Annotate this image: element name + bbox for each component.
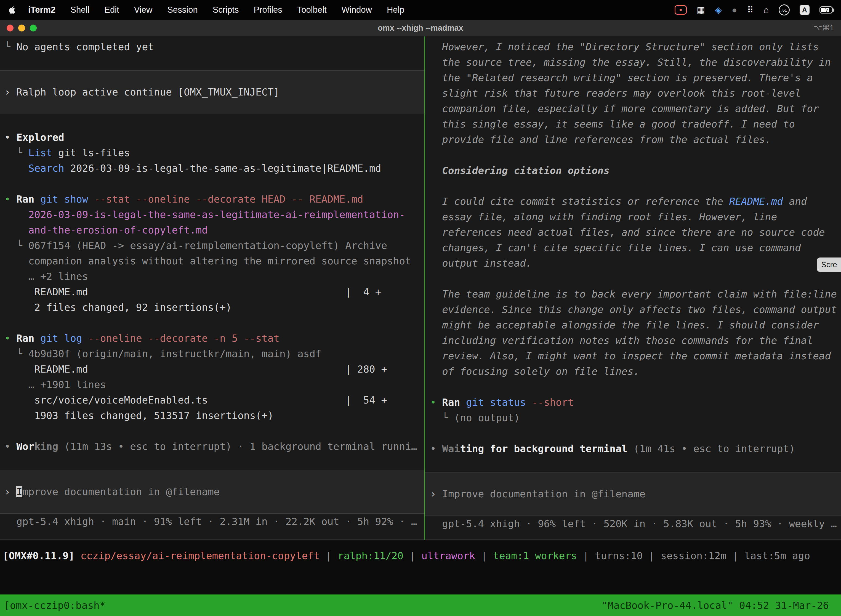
text-segment: git log xyxy=(40,333,82,344)
terminal-line: └ 067f154 (HEAD -> essay/ai-reimplementa… xyxy=(4,238,424,253)
text-segment: and xyxy=(783,196,807,207)
dots-grid-icon[interactable]: ⠿ xyxy=(747,5,753,15)
text-segment xyxy=(82,333,88,344)
text-segment: | xyxy=(403,550,421,561)
menu-view[interactable]: View xyxy=(134,5,152,15)
menu-session[interactable]: Session xyxy=(167,5,198,15)
text-segment: The team guideline is to back every impo… xyxy=(430,288,837,300)
terminal-line: changes, I can't cite specific file line… xyxy=(430,240,841,255)
terminal-line: • Ran git show --stat --oneline --decora… xyxy=(4,192,424,207)
battery-icon[interactable]: ϟ xyxy=(819,6,833,13)
text-segment: companion file, especially if more comme… xyxy=(430,103,819,114)
text-segment: … +2 lines xyxy=(4,271,88,282)
text-segment: However, I noticed the "Directory Struct… xyxy=(430,41,819,53)
text-segment: 2026-03-09-is-legal-the-same-as-legitima… xyxy=(4,209,405,220)
menu-scripts[interactable]: Scripts xyxy=(213,5,239,15)
terminal-line: evidence. Since this change only affects… xyxy=(430,302,841,317)
text-segment: --oneline --decorate -n 5 --stat xyxy=(88,333,280,344)
text-segment: › xyxy=(4,486,16,497)
menubar-app-name[interactable]: iTerm2 xyxy=(28,5,56,15)
text-segment: 2 files changed, 92 insertions(+) xyxy=(4,302,232,313)
close-window-button[interactable] xyxy=(7,25,13,31)
screen-recording-indicator[interactable] xyxy=(675,5,687,15)
terminal-line: the "Related research writing" section i… xyxy=(430,70,841,85)
terminal-line: … +1901 lines xyxy=(4,377,424,392)
window-titlebar[interactable]: omx --xhigh --madmax ⌥⌘1 xyxy=(0,20,841,37)
terminal-workspace: └ No agents completed yet› Ralph loop ac… xyxy=(0,37,841,616)
text-segment: … +1901 lines xyxy=(4,379,106,390)
text-segment: mprove documentation in @filename xyxy=(22,486,220,497)
text-segment: cczip/essay/ai-reimplementation-copyleft xyxy=(81,550,320,561)
menu-profiles[interactable]: Profiles xyxy=(253,5,282,15)
prompt-input-left[interactable]: › Improve documentation in @filename xyxy=(0,470,424,514)
terminal-pane-left[interactable]: └ No agents completed yet› Ralph loop ac… xyxy=(0,37,424,540)
text-segment: [OMX#0.11.9] xyxy=(3,550,81,561)
menu-window[interactable]: Window xyxy=(341,5,372,15)
text-segment: git status xyxy=(466,397,526,408)
text-segment: └ 067f154 (HEAD -> essay/ai-reimplementa… xyxy=(4,240,387,251)
text-segment: • xyxy=(4,194,16,205)
menu-shell[interactable]: Shell xyxy=(70,5,89,15)
menu-help[interactable]: Help xyxy=(387,5,404,15)
text-segment xyxy=(34,333,40,344)
text-segment: Explored xyxy=(16,132,64,143)
text-segment: slight risk that future readers may over… xyxy=(430,88,801,99)
zoom-window-button[interactable] xyxy=(30,25,37,31)
text-segment: └ xyxy=(4,41,16,53)
prompt-input-right[interactable]: › Improve documentation in @filename xyxy=(425,472,841,516)
blank-line xyxy=(430,425,841,441)
gauge-icon[interactable]: .61 xyxy=(779,4,790,15)
text-segment: List xyxy=(28,147,53,158)
waiting-status-line: • Waiting for background terminal (1m 41… xyxy=(430,441,841,456)
terminal-line: of focusing solely on file lines. xyxy=(430,364,841,379)
text-segment: | xyxy=(475,550,493,561)
terminal-line: └ 4b9d30f (origin/main, instructkr/main,… xyxy=(4,346,424,362)
ralph-status-box[interactable]: › Ralph loop active continue [OMX_TMUX_I… xyxy=(0,70,424,114)
prompt-line: › Ralph loop active continue [OMX_TMUX_I… xyxy=(4,84,424,100)
menu-edit[interactable]: Edit xyxy=(104,5,119,15)
text-segment: output instead. xyxy=(430,258,532,269)
input-source-icon[interactable]: A xyxy=(800,5,810,15)
blank-line xyxy=(4,423,424,439)
text-segment: | 54 + xyxy=(345,392,387,408)
text-segment: (11m 13s • esc to interrupt) · 1 backgro… xyxy=(58,441,417,452)
text-segment: including verification notes with those … xyxy=(430,335,813,346)
terminal-line: README.md| 280 + xyxy=(4,362,424,377)
text-segment: Wor xyxy=(16,441,34,452)
text-segment: Ran xyxy=(16,333,34,344)
terminal-line: The team guideline is to back every impo… xyxy=(430,286,841,302)
terminal-line: including verification notes with those … xyxy=(430,333,841,348)
terminal-line: review. Also, I might want to inspect th… xyxy=(430,348,841,364)
apple-menu-icon[interactable] xyxy=(8,6,15,14)
thinking-heading: Considering citation options xyxy=(430,163,841,178)
terminal-line: Search 2026-03-09-is-legal-the-same-as-l… xyxy=(4,161,424,176)
terminal-pane-right[interactable]: However, I noticed the "Directory Struct… xyxy=(425,37,841,540)
ghost-app-icon[interactable]: ⌂ xyxy=(763,5,769,15)
terminal-line: … +2 lines xyxy=(4,269,424,284)
text-segment: Wai xyxy=(442,443,460,454)
text-segment: | 4 + xyxy=(345,284,381,300)
shield-app-icon[interactable]: ● xyxy=(732,5,737,15)
terminal-line: └ No agents completed yet xyxy=(4,39,424,55)
text-segment: changes, I can't cite specific file line… xyxy=(430,242,801,253)
terminal-line: └ List git ls-files xyxy=(4,145,424,161)
terminal-line: README.md| 4 + xyxy=(4,284,424,300)
traffic-lights xyxy=(0,25,37,31)
working-status-line: • Working (11m 13s • esc to interrupt) ·… xyxy=(4,439,424,454)
text-segment: --stat --oneline --decorate HEAD -- READ… xyxy=(94,194,363,205)
text-segment: of focusing solely on file lines. xyxy=(430,366,640,377)
text-segment: • xyxy=(430,397,442,408)
screen-overlay-chip[interactable]: Scre xyxy=(817,258,841,272)
text-segment: README.md xyxy=(4,364,88,375)
screen-overlay-label: Scre xyxy=(821,260,837,269)
text-segment: | 280 + xyxy=(345,362,387,377)
blue-app-icon[interactable]: ◈ xyxy=(715,5,722,15)
blank-line xyxy=(4,114,424,130)
text-segment: last:5m ago xyxy=(744,550,810,561)
blank-line xyxy=(4,176,424,192)
menu-toolbelt[interactable]: Toolbelt xyxy=(297,5,327,15)
window-tiling-icon[interactable]: ▦ xyxy=(697,5,705,15)
text-segment: gpt-5.4 xhigh · 96% left · 520K in · 5.8… xyxy=(430,518,837,529)
minimize-window-button[interactable] xyxy=(18,25,25,31)
text-segment: | xyxy=(643,550,661,561)
